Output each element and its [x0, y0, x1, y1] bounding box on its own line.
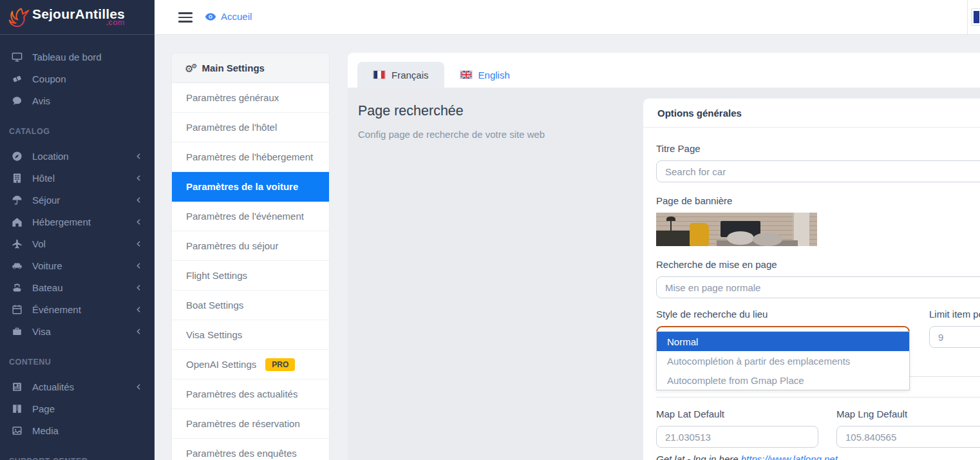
chevron-left-icon	[135, 383, 143, 391]
limit-item-input[interactable]	[929, 326, 980, 348]
home-icon	[10, 215, 23, 228]
divider	[656, 397, 980, 398]
bird-logo-icon	[8, 6, 31, 29]
chevron-left-icon	[135, 262, 143, 270]
plane-icon	[10, 237, 23, 250]
sidebar-item-vol[interactable]: Vol	[0, 233, 155, 254]
ticket-icon	[10, 72, 23, 85]
sidebar-item-actualites[interactable]: Actualités	[0, 376, 155, 398]
sidebar-item-visa[interactable]: Visa	[0, 320, 155, 342]
brand-text: SejourAntilles .com	[32, 7, 125, 27]
settings-item-parametres-voiture[interactable]: Paramètres de la voiture	[172, 172, 329, 202]
building-icon	[10, 171, 23, 184]
gears-icon: ⚙⚙	[185, 63, 197, 73]
chevron-left-icon	[135, 196, 143, 204]
brand-logo[interactable]: SejourAntilles .com	[0, 0, 155, 35]
dropdown-option-autocompletion-emplacements[interactable]: Autocomplétion à partir des emplacements	[657, 351, 909, 370]
latlng-hint: Get lat - lng in here https://www.latlon…	[656, 454, 980, 460]
sidebar-item-tableau-de-bord[interactable]: Tableau de bord	[0, 46, 155, 68]
options-generales-panel: Options générales Titre Page Page de ban…	[643, 98, 980, 460]
style-select-label: Style de recherche du lieu	[656, 309, 910, 320]
sidebar-item-bateau[interactable]: Bateau	[0, 276, 155, 298]
sidebar-item-coupon[interactable]: Coupon	[0, 68, 155, 90]
book-icon	[10, 402, 23, 415]
main-content-card: Français English Page recherchée Config …	[348, 53, 980, 460]
sidebar-section-contenu: CONTENU	[0, 358, 155, 367]
map-lat-input[interactable]	[656, 426, 818, 448]
briefcase-icon	[10, 325, 23, 338]
settings-item-parametres-sejour[interactable]: Paramètres du séjour	[172, 231, 329, 261]
sidebar-nav: Tableau de bord Coupon Avis CATALOG Loca…	[0, 35, 155, 460]
language-flag-button[interactable]	[971, 8, 980, 26]
sidebar-item-hebergement[interactable]: Hébergement	[0, 211, 155, 233]
settings-item-parametres-reservation[interactable]: Paramètres de réservation	[172, 409, 329, 439]
eye-icon	[205, 12, 216, 21]
home-link[interactable]: Accueil	[205, 11, 252, 22]
hamburger-menu-icon[interactable]	[178, 12, 193, 25]
settings-item-visa-settings[interactable]: Visa Settings	[172, 320, 329, 350]
page-title: Page recherchée	[358, 103, 464, 119]
sidebar-item-location[interactable]: Location	[0, 145, 155, 167]
tab-pane: Page recherchée Config page de recherche…	[348, 88, 980, 460]
titre-page-input[interactable]	[656, 160, 980, 182]
sidebar-item-sejour[interactable]: Séjour	[0, 189, 155, 211]
banner-image[interactable]	[656, 213, 817, 246]
language-tabbar: Français English	[348, 53, 980, 88]
settings-item-flight-settings[interactable]: Flight Settings	[172, 261, 329, 291]
chevron-left-icon	[135, 218, 143, 226]
map-lat-label: Map Lat Default	[656, 408, 818, 419]
chevron-left-icon	[135, 240, 143, 248]
settings-item-parametres-hotel[interactable]: Paramètres de l'hôtel	[172, 113, 329, 142]
chevron-left-icon	[135, 305, 143, 314]
dropdown-option-normal[interactable]: Normal	[657, 332, 909, 351]
banner-label: Page de bannière	[656, 195, 980, 206]
monitor-icon	[10, 50, 23, 63]
chevron-left-icon	[135, 327, 143, 336]
france-flag-icon	[373, 70, 386, 79]
settings-menu: ⚙⚙ Main Settings Paramètres généraux Par…	[171, 53, 330, 460]
settings-menu-header: ⚙⚙ Main Settings	[172, 53, 329, 83]
settings-item-parametres-enquetes[interactable]: Paramètres des enquêtes	[172, 439, 329, 460]
chevron-left-icon	[135, 174, 143, 182]
latlong-link[interactable]: https://www.latlong.net	[741, 454, 838, 460]
style-select-dropdown: Normal Autocomplétion à partir des empla…	[656, 331, 910, 390]
sidebar-item-hotel[interactable]: Hôtel	[0, 167, 155, 189]
settings-item-parametres-hebergement[interactable]: Paramètres de l'hébergement	[172, 142, 329, 172]
news-icon	[10, 380, 23, 393]
sidebar-item-page[interactable]: Page	[0, 398, 155, 419]
sidebar-item-evenement[interactable]: Événement	[0, 298, 155, 320]
ship-icon	[10, 281, 23, 294]
sidebar-item-voiture[interactable]: Voiture	[0, 254, 155, 276]
france-flag-icon	[974, 11, 979, 23]
titre-page-label: Titre Page	[656, 143, 980, 154]
map-lng-input[interactable]	[836, 426, 980, 448]
settings-item-parametres-actualites[interactable]: Paramètres des actualités	[172, 379, 329, 409]
options-panel-title: Options générales	[643, 99, 980, 128]
map-lng-label: Map Lng Default	[836, 408, 980, 419]
umbrella-icon	[10, 193, 23, 206]
tab-francais[interactable]: Français	[357, 62, 444, 88]
image-icon	[10, 424, 23, 437]
compass-icon	[10, 149, 23, 162]
settings-item-parametres-generaux[interactable]: Paramètres généraux	[172, 83, 329, 113]
pro-badge: PRO	[265, 358, 295, 371]
settings-item-boat-settings[interactable]: Boat Settings	[172, 291, 329, 320]
calendar-icon	[10, 303, 23, 316]
topbar: Accueil	[155, 0, 980, 35]
topbar-divider	[967, 0, 968, 34]
sidebar-item-avis[interactable]: Avis	[0, 90, 155, 111]
layout-select[interactable]: Mise en page normale	[656, 276, 980, 298]
dropdown-option-autocomplete-gmap[interactable]: Autocomplete from Gmap Place	[657, 370, 909, 390]
sidebar: SejourAntilles .com Tableau de bord Coup…	[0, 0, 155, 460]
page-subtitle: Config page de recherche de votre site w…	[358, 129, 545, 140]
layout-select-label: Recherche de mise en page	[656, 259, 980, 270]
tab-english[interactable]: English	[444, 62, 525, 88]
chat-icon	[10, 94, 23, 107]
limit-item-label: Limit item pe	[929, 309, 980, 320]
sidebar-item-media[interactable]: Media	[0, 419, 155, 441]
settings-item-parametres-evenement[interactable]: Paramètres de l'événement	[172, 202, 329, 231]
settings-item-openai-settings[interactable]: OpenAI Settings PRO	[172, 350, 329, 379]
chevron-left-icon	[135, 283, 143, 292]
sidebar-section-support-center: SUPPORT CENTER	[0, 457, 155, 460]
car-icon	[10, 259, 23, 272]
